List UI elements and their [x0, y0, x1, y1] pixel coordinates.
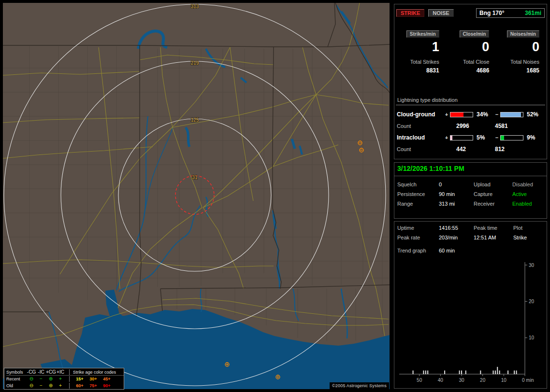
age-badge-45: 45+ [100, 377, 114, 381]
capture-status: Active [512, 191, 544, 197]
trend-chart-svg: 10203050403020100 min [395, 260, 546, 388]
legend-header-row: Symbols -CG -IC +CG +IC Strike age color… [6, 369, 124, 376]
counters-box: STRIKE NOISE Bng 170° 361mi Strikes/min … [394, 4, 547, 159]
trend-chart: 10203050403020100 min [395, 260, 546, 388]
cg-plus-bar-fill [450, 112, 463, 117]
ic-minus-bar-fill [501, 136, 504, 140]
legend-divider [69, 376, 70, 382]
right-panel: STRIKE NOISE Bng 170° 361mi Strikes/min … [394, 0, 548, 392]
cg-plus-pct: 34% [474, 111, 493, 118]
total-close-value: 4686 [477, 67, 490, 74]
svg-text:20: 20 [529, 299, 535, 304]
legend-symbols-header: Symbols [6, 370, 27, 375]
status-grid: Squelch 0 Upload Disabled Persistence 90… [394, 176, 547, 212]
ring-label-31: 31 [192, 175, 198, 180]
svg-text:20: 20 [480, 378, 486, 383]
minus-cg-icon: ⊖ [27, 383, 36, 388]
minus-sign: − [493, 135, 500, 140]
ic-plus-bar [450, 135, 473, 140]
svg-text:10: 10 [501, 378, 507, 383]
legend-col-pic: +IC [56, 370, 65, 375]
strikes-column: Strikes/min 1 Total Strikes 8831 [395, 30, 446, 74]
upload-label: Upload [474, 182, 512, 187]
strike-mode-button[interactable]: STRIKE [396, 9, 424, 17]
close-per-min-value: 0 [482, 40, 489, 54]
persistence-value: 90 min [439, 191, 474, 197]
cloud-ground-row: Cloud-ground + 34% − 52% [394, 109, 547, 120]
strikes-per-min-button[interactable]: Strikes/min [406, 30, 439, 38]
status-box: 3/12/2026 1:10:11 PM Squelch 0 Upload Di… [394, 162, 547, 219]
legend-col-ncg: -CG [27, 370, 36, 375]
alarm-range-circle [175, 176, 214, 214]
total-close-label: Total Close [463, 59, 489, 65]
noises-per-min-value: 0 [532, 40, 539, 54]
map-legend: Symbols -CG -IC +CG +IC Strike age color… [4, 368, 124, 390]
svg-text:30: 30 [529, 263, 535, 268]
age-badge-90: 90+ [100, 383, 114, 388]
ic-plus-pct: 5% [474, 134, 493, 141]
mode-toolbar: STRIKE NOISE Bng 170° 361mi [396, 8, 545, 18]
ic-plus-bar-fill [450, 136, 452, 140]
squelch-value: 0 [439, 182, 474, 187]
ring-labels: 313 219 125 31 [191, 4, 199, 180]
cloud-ground-count-row: Count 2996 4581 [394, 120, 547, 132]
intracloud-row: Intracloud + 5% − 9% [394, 132, 547, 143]
session-box: Uptime 1416:55 Peak time Plot Peak rate … [394, 221, 547, 389]
plus-sign: + [443, 135, 450, 140]
minus-ic-icon: − [36, 377, 46, 381]
plus-sign: + [443, 112, 450, 117]
svg-text:50: 50 [417, 378, 422, 383]
session-grid: Uptime 1416:55 Peak time Plot Peak rate … [394, 222, 547, 240]
peak-rate-value: 203/min [439, 235, 474, 240]
upload-status: Disabled [512, 182, 544, 187]
uptime-label: Uptime [397, 225, 439, 231]
receiver-status: Enabled [512, 201, 544, 207]
age-badge-60: 60+ [73, 383, 87, 388]
svg-text:40: 40 [438, 378, 444, 383]
svg-text:0 min: 0 min [522, 378, 534, 383]
map-display[interactable]: 313 219 125 31 Symbols -CG -IC +CG +IC S… [3, 3, 390, 389]
age-badge-75: 75+ [87, 383, 100, 388]
state-borders [3, 3, 390, 317]
ring-label-313: 313 [191, 4, 199, 9]
bearing-display: Bng 170° 361mi [476, 8, 545, 18]
clock-display: 3/12/2026 1:10:11 PM [394, 163, 547, 176]
plot-label: Plot [513, 225, 544, 231]
plus-ic-icon: + [56, 383, 65, 388]
minus-ic-icon: − [36, 383, 46, 388]
minus-cg-icon: ⊖ [27, 377, 36, 381]
cg-minus-count: 4581 [495, 123, 544, 129]
ic-minus-bar [500, 135, 523, 140]
uptime-value: 1416:55 [439, 225, 474, 231]
svg-text:10: 10 [529, 335, 535, 340]
squelch-label: Squelch [397, 182, 439, 187]
trend-graph-label: Trend graph [397, 248, 439, 253]
trend-graph-value: 60 min [439, 248, 544, 253]
legend-old-label: Old [6, 383, 27, 388]
intracloud-label: Intracloud [397, 134, 443, 141]
plus-cg-icon: ⊕ [46, 383, 56, 388]
legend-recent-label: Recent [6, 377, 27, 381]
mobile-bay [105, 290, 124, 321]
strikes-per-min-value: 1 [432, 40, 439, 54]
peak-time-value: 12:51 AM [474, 235, 513, 240]
plot-value: Strike [513, 235, 544, 240]
cg-plus-bar [450, 112, 473, 117]
legend-col-nic: -IC [36, 370, 46, 375]
trend-graph-row: Trend graph 60 min [394, 240, 547, 253]
peak-rate-label: Peak rate [397, 235, 439, 240]
peak-time-label: Peak time [474, 225, 513, 231]
noise-mode-button[interactable]: NOISE [428, 9, 453, 17]
age-badge-30: 30+ [87, 377, 100, 381]
cloud-ground-label: Cloud-ground [397, 111, 443, 118]
distribution-title: Lightning type distribution [396, 97, 545, 105]
rate-counters: Strikes/min 1 Total Strikes 8831 Close/m… [395, 30, 546, 74]
close-per-min-button[interactable]: Close/min [460, 30, 490, 38]
noises-per-min-button[interactable]: Noises/min [507, 30, 539, 38]
ring-label-219: 219 [191, 60, 199, 66]
lightning-distribution: Lightning type distribution Cloud-ground… [394, 97, 547, 155]
cg-plus-count: 2996 [456, 123, 495, 129]
total-strikes-value: 8831 [426, 67, 439, 74]
range-value: 313 mi [439, 201, 474, 207]
ic-minus-pct: 9% [524, 134, 542, 141]
